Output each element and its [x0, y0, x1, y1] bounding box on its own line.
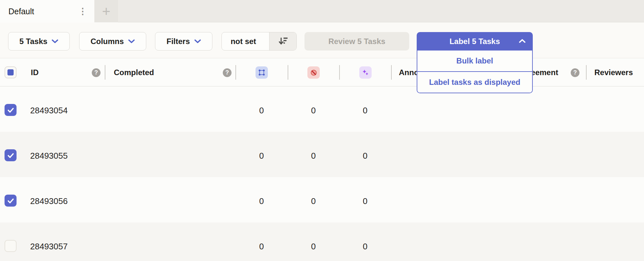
label-tasks-label: Label 5 Tasks: [449, 37, 500, 46]
chevron-down-icon: [128, 39, 135, 43]
menu-item-bulk-label[interactable]: Bulk label: [417, 51, 532, 71]
toolbar: 5 Tasks Columns Filters not set: [0, 23, 644, 58]
chevron-down-icon: [52, 39, 58, 43]
table-row[interactable]: 28493057 0 0 0: [0, 222, 644, 261]
task-id: 28493057: [30, 242, 68, 252]
tasks-count-label: 5 Tasks: [19, 37, 47, 46]
predictions-column-header[interactable]: [359, 66, 372, 79]
column-divider: [235, 65, 236, 80]
table-header: ID ? Completed ?: [0, 59, 644, 86]
tab-label: Default: [8, 7, 34, 16]
indeterminate-mark: [7, 69, 14, 75]
kebab-menu-icon[interactable]: ⋮: [78, 5, 88, 17]
tab-bar: + Default ⋮: [0, 0, 644, 22]
cancelled-count: 0: [288, 196, 339, 206]
row-checkbox-checked[interactable]: [5, 149, 17, 161]
help-icon[interactable]: ?: [571, 68, 579, 77]
label-tasks-menu: Bulk label Label tasks as displayed: [417, 51, 533, 93]
cancelled-icon: [310, 69, 318, 77]
annotated-column-header[interactable]: [256, 66, 268, 79]
cancelled-count: 0: [288, 151, 339, 161]
data-manager-screen: + Default ⋮ 5 Tasks Columns Filters: [0, 0, 644, 261]
row-checkbox-checked[interactable]: [5, 195, 17, 207]
cancelled-count: 0: [288, 106, 339, 116]
filters-label: Filters: [166, 37, 190, 46]
annotated-icon: [258, 69, 266, 76]
label-tasks-button[interactable]: Label 5 Tasks: [417, 32, 533, 51]
review-tasks-label: Review 5 Tasks: [328, 37, 386, 46]
sort-direction-button[interactable]: [269, 32, 296, 50]
tab-default[interactable]: Default ⋮: [0, 0, 94, 23]
annotated-count: 0: [235, 106, 288, 116]
ordering-value-button[interactable]: not set: [222, 32, 265, 50]
chevron-down-icon: [194, 39, 201, 43]
task-id: 28493056: [30, 196, 68, 206]
add-tab-button[interactable]: +: [94, 0, 118, 22]
cancelled-column-header[interactable]: [307, 66, 320, 79]
row-checkbox-unchecked[interactable]: [5, 240, 17, 252]
table-row[interactable]: 28493056 0 0 0: [0, 177, 644, 222]
table-row[interactable]: 28493055 0 0 0: [0, 132, 644, 177]
check-icon: [7, 106, 15, 114]
column-divider: [105, 65, 105, 80]
tasks-count-dropdown[interactable]: 5 Tasks: [8, 32, 70, 51]
bulk-label-text: Bulk label: [456, 56, 493, 65]
menu-item-label-as-displayed[interactable]: Label tasks as displayed: [417, 72, 532, 93]
task-id: 28493055: [30, 151, 68, 161]
column-header-completed[interactable]: Completed: [114, 68, 154, 77]
columns-dropdown[interactable]: Columns: [79, 32, 146, 51]
ordering-value: not set: [231, 37, 256, 46]
plus-icon: +: [102, 4, 111, 18]
table-row[interactable]: 28493054 0 0 0: [0, 86, 644, 132]
annotated-count: 0: [235, 151, 288, 161]
select-all-checkbox[interactable]: [5, 66, 17, 78]
predictions-count: 0: [339, 151, 391, 161]
chevron-up-icon: [519, 39, 526, 43]
predictions-icon: [362, 69, 369, 76]
column-divider: [391, 65, 392, 80]
column-header-id[interactable]: ID: [31, 68, 39, 77]
row-checkbox-checked[interactable]: [5, 104, 17, 116]
filters-dropdown[interactable]: Filters: [155, 32, 212, 51]
sort-descending-icon: [278, 36, 288, 46]
annotated-count: 0: [235, 242, 288, 252]
help-icon[interactable]: ?: [92, 68, 101, 77]
predictions-count: 0: [339, 242, 391, 252]
ordering-control: not set: [221, 32, 297, 51]
label-as-displayed-text: Label tasks as displayed: [429, 78, 520, 87]
check-icon: [7, 197, 15, 205]
help-icon[interactable]: ?: [223, 68, 232, 77]
predictions-count: 0: [339, 106, 391, 116]
column-divider: [288, 65, 288, 80]
predictions-count: 0: [339, 196, 391, 206]
annotated-count: 0: [235, 196, 288, 206]
columns-label: Columns: [90, 37, 124, 46]
column-divider: [586, 65, 587, 80]
check-icon: [7, 152, 15, 159]
cancelled-count: 0: [288, 242, 339, 252]
column-header-reviewers[interactable]: Reviewers: [594, 68, 633, 77]
column-divider: [339, 65, 340, 80]
task-id: 28493054: [30, 106, 68, 116]
review-tasks-button[interactable]: Review 5 Tasks: [304, 32, 409, 51]
